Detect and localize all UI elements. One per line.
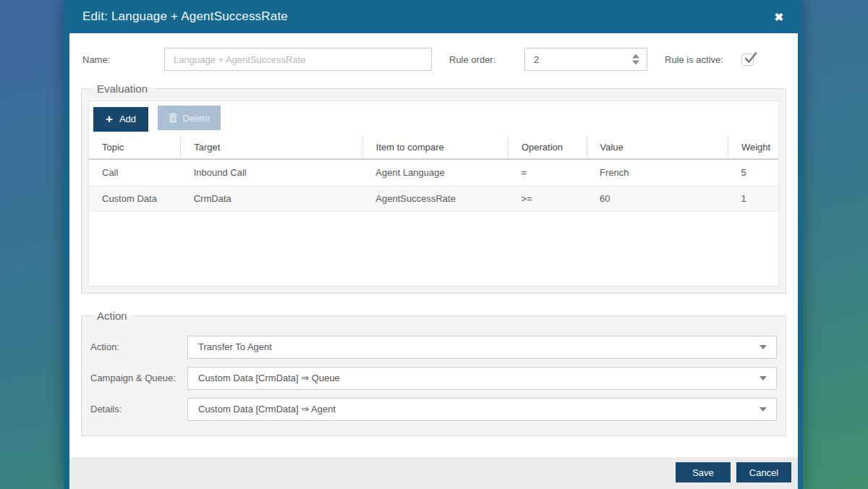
table-header-row: Topic Target Item to compare Operation V… [89, 136, 778, 159]
action-legend: Action [91, 310, 133, 322]
action-dropdown[interactable]: Transfer To Agent [187, 336, 777, 359]
delete-button[interactable]: Delete [158, 106, 221, 130]
column-header-weight: Weight [728, 136, 778, 159]
rule-order-label: Rule order: [449, 54, 524, 65]
table-row[interactable]: Call Inbound Call Agent Language = Frenc… [89, 159, 778, 186]
cell-item: AgentSuccessRate [362, 185, 508, 211]
cell-item: Agent Language [362, 159, 508, 186]
plus-icon: + [106, 113, 113, 125]
cell-operation: = [508, 159, 587, 186]
name-row: Name: Rule order: 2 Rule is active: [82, 48, 785, 71]
column-header-item: Item to compare [362, 136, 508, 159]
column-header-topic: Topic [89, 136, 181, 159]
cell-weight: 5 [728, 159, 778, 186]
name-label: Name: [82, 54, 164, 65]
campaign-queue-dropdown[interactable]: Custom Data [CrmData] ⇒ Queue [187, 367, 777, 390]
evaluation-grid-panel: + Add Delete [88, 101, 779, 286]
rule-active-checkbox[interactable] [741, 54, 754, 66]
campaign-queue-label: Campaign & Queue: [90, 373, 187, 383]
cell-operation: >= [508, 185, 587, 211]
dialog-title: Edit: Language + AgentSuccessRate [82, 9, 773, 24]
chevron-down-icon [760, 345, 767, 349]
cancel-button[interactable]: Cancel [736, 462, 791, 482]
delete-button-label: Delete [183, 113, 210, 124]
add-button[interactable]: + Add [93, 107, 148, 132]
chevron-down-icon [760, 376, 767, 380]
action-dropdown-value: Transfer To Agent [198, 341, 272, 352]
details-label: Details: [90, 404, 187, 414]
campaign-queue-dropdown-value: Custom Data [CrmData] ⇒ Queue [198, 373, 340, 383]
details-row: Details: Custom Data [CrmData] ⇒ Agent [90, 398, 777, 421]
dialog-body: Name: Rule order: 2 Rule is active: Eval… [69, 33, 798, 457]
check-icon [743, 51, 757, 65]
campaign-queue-row: Campaign & Queue: Custom Data [CrmData] … [90, 367, 777, 390]
details-dropdown[interactable]: Custom Data [CrmData] ⇒ Agent [187, 398, 777, 421]
edit-rule-dialog: Edit: Language + AgentSuccessRate ✖ Name… [64, 0, 803, 489]
cell-topic: Call [89, 159, 181, 186]
rule-order-value: 2 [534, 54, 539, 65]
details-dropdown-value: Custom Data [CrmData] ⇒ Agent [198, 404, 336, 414]
cell-target: Inbound Call [181, 159, 363, 186]
chevron-down-icon [760, 407, 767, 412]
dialog-header: Edit: Language + AgentSuccessRate ✖ [69, 0, 798, 33]
cell-value: 60 [587, 185, 728, 211]
trash-icon [169, 113, 177, 123]
spinner-down-icon[interactable] [632, 61, 639, 65]
dialog-footer: Save Cancel [69, 457, 798, 489]
cell-topic: Custom Data [89, 185, 181, 211]
column-header-operation: Operation [508, 136, 587, 159]
name-input[interactable] [164, 48, 432, 71]
action-row: Action: Transfer To Agent [90, 336, 777, 359]
save-button[interactable]: Save [676, 462, 731, 482]
grid-empty-area [89, 212, 778, 286]
action-label: Action: [90, 341, 187, 352]
evaluation-table: Topic Target Item to compare Operation V… [89, 136, 778, 212]
evaluation-section: Evaluation + Add [81, 82, 786, 294]
rule-order-input[interactable]: 2 [524, 48, 647, 71]
action-section: Action Action: Transfer To Agent Campaig… [81, 310, 786, 436]
column-header-target: Target [181, 136, 363, 159]
spinner-buttons [632, 54, 639, 65]
evaluation-legend: Evaluation [91, 82, 153, 95]
evaluation-toolbar: + Add Delete [89, 101, 778, 136]
rule-active-label: Rule is active: [665, 54, 741, 65]
table-row[interactable]: Custom Data CrmData AgentSuccessRate >= … [89, 185, 778, 211]
cell-target: CrmData [181, 185, 363, 211]
add-button-label: Add [119, 114, 136, 124]
close-button[interactable]: ✖ [773, 9, 785, 25]
cell-weight: 1 [728, 185, 778, 211]
spinner-up-icon[interactable] [632, 54, 639, 59]
close-icon: ✖ [774, 11, 783, 23]
cell-value: French [587, 159, 728, 186]
column-header-value: Value [587, 136, 728, 159]
